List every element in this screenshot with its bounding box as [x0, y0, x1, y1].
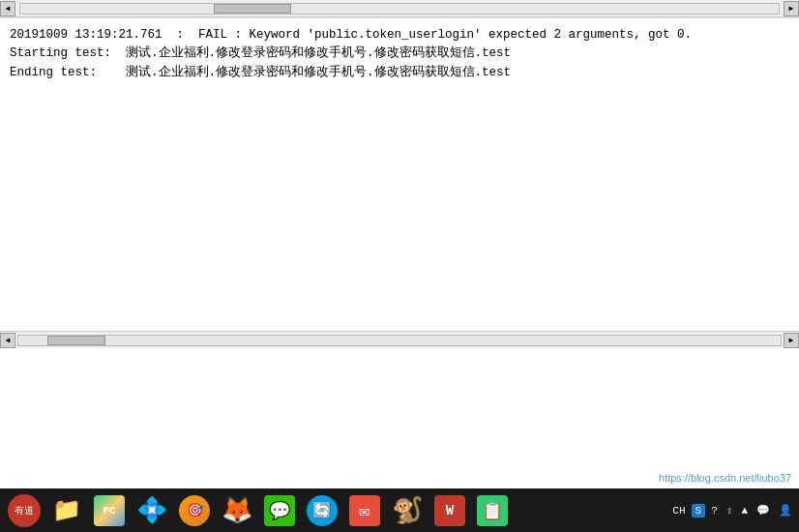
editor-area: ◀ ▶ 20191009 13:19:21.761 : FAIL : Keywo…	[0, 0, 799, 348]
tray-help[interactable]: ?	[708, 503, 721, 518]
bottom-scrollbar-track[interactable]	[17, 335, 782, 346]
console-line-1: 20191009 13:19:21.761 : FAIL : Keyword '…	[10, 26, 789, 44]
tray-ch[interactable]: CH	[669, 503, 688, 518]
taskbar-icon-diamond[interactable]: 💠	[132, 491, 172, 530]
bottom-scrollbar-thumb[interactable]	[47, 336, 105, 345]
wps-logo: W	[434, 495, 465, 526]
wechat-logo: 💬	[264, 495, 295, 526]
firefox-icon: 🦊	[222, 495, 252, 526]
taskbar-icon-pycharm[interactable]: PC	[89, 491, 130, 530]
taskbar-icon-youdao[interactable]: 有道	[4, 491, 44, 530]
taskbar-icon-camera[interactable]: 🎯	[174, 491, 215, 530]
top-scrollbar[interactable]: ◀ ▶	[0, 0, 799, 17]
system-tray: CH S ? ⇧ ▲ 💬 👤	[669, 502, 795, 518]
camera-logo: 🎯	[179, 495, 210, 526]
taskbar-icon-firefox[interactable]: 🦊	[217, 491, 257, 530]
tray-shift[interactable]: ⇧	[724, 502, 736, 518]
taskbar-icon-wps[interactable]: W	[429, 491, 470, 530]
scroll-right-arrow[interactable]: ▶	[784, 1, 799, 16]
youdao-logo: 有道	[8, 494, 41, 527]
scroll-left-arrow[interactable]: ◀	[0, 1, 15, 16]
taskbar-icon-mail[interactable]: ✉	[344, 491, 385, 530]
top-scrollbar-track[interactable]	[19, 3, 780, 15]
tray-wechat-tray[interactable]: 💬	[754, 502, 773, 518]
blank-area	[0, 348, 799, 488]
taskbar-icon-360[interactable]: 🔄	[302, 491, 342, 530]
top-scrollbar-thumb[interactable]	[214, 4, 291, 14]
taskbar-icon-notepad[interactable]: 📋	[472, 491, 513, 530]
bottom-scrollbar[interactable]: ◀ ▶	[0, 331, 799, 348]
console-line-2: Starting test: 测试.企业福利.修改登录密码和修改手机号.修改密码…	[10, 44, 789, 63]
console-output: 20191009 13:19:21.761 : FAIL : Keyword '…	[0, 17, 799, 331]
notepad-logo: 📋	[477, 495, 508, 526]
folder-icon: 📁	[52, 496, 81, 524]
console-line-3: Ending test: 测试.企业福利.修改登录密码和修改手机号.修改密码获取…	[10, 64, 789, 82]
taskbar-icon-monk[interactable]: 🐒	[387, 491, 428, 530]
mail-logo: ✉	[349, 495, 380, 526]
bottom-scroll-right[interactable]: ▶	[784, 333, 799, 348]
tray-s[interactable]: S	[692, 504, 706, 517]
monk-icon: 🐒	[392, 495, 423, 526]
url-display: https://blog.csdn.net/liubo37	[659, 472, 791, 484]
tray-user[interactable]: 👤	[776, 502, 795, 518]
taskbar: 有道 📁 PC 💠 🎯 🦊 💬 🔄 ✉ 🐒 W 📋	[0, 488, 799, 532]
tray-expand[interactable]: ▲	[738, 503, 751, 518]
bottom-scroll-left[interactable]: ◀	[0, 333, 15, 348]
pycharm-logo: PC	[94, 495, 125, 526]
taskbar-icon-folder[interactable]: 📁	[46, 491, 87, 530]
diamond-icon: 💠	[136, 495, 167, 526]
360-logo: 🔄	[307, 495, 338, 526]
taskbar-icon-wechat[interactable]: 💬	[259, 491, 300, 530]
